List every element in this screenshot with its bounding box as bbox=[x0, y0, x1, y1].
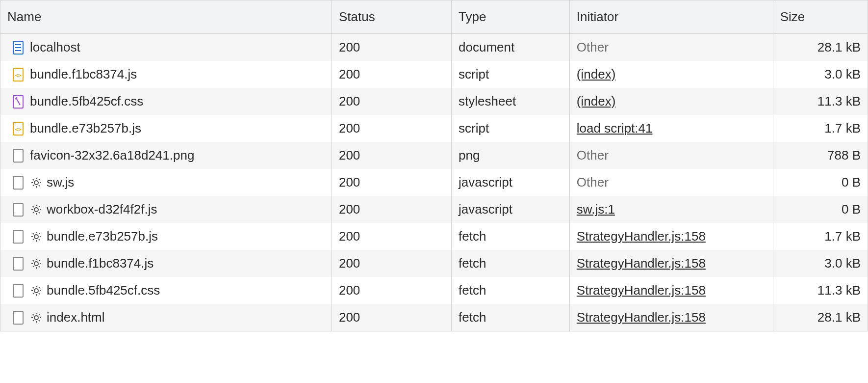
request-type: javascript bbox=[452, 196, 570, 223]
request-size: 3.0 kB bbox=[773, 61, 868, 88]
file-icon bbox=[12, 176, 24, 190]
file-icon bbox=[12, 257, 24, 271]
initiator-link[interactable]: StrategyHandler.js:158 bbox=[577, 256, 706, 271]
initiator-text: Other bbox=[577, 175, 609, 190]
file-icon bbox=[12, 203, 24, 217]
request-size: 1.7 kB bbox=[773, 115, 868, 142]
gear-icon bbox=[31, 285, 42, 296]
table-row[interactable]: localhost200documentOther28.1 kB bbox=[0, 34, 868, 61]
initiator-link[interactable]: StrategyHandler.js:158 bbox=[577, 310, 706, 325]
request-name: favicon-32x32.6a18d241.png bbox=[30, 148, 194, 163]
request-size: 28.1 kB bbox=[773, 304, 868, 331]
request-name: bundle.f1bc8374.js bbox=[30, 67, 137, 82]
initiator-text: Other bbox=[577, 40, 609, 55]
request-type: script bbox=[452, 61, 570, 88]
table-row[interactable]: bundle.e73b257b.js200fetchStrategyHandle… bbox=[0, 223, 868, 250]
initiator-link[interactable]: load script:41 bbox=[577, 121, 653, 136]
request-size: 788 B bbox=[773, 142, 868, 169]
request-name: bundle.5fb425cf.css bbox=[47, 283, 160, 298]
js-icon bbox=[12, 68, 24, 82]
request-name: workbox-d32f4f2f.js bbox=[47, 202, 157, 217]
column-header-name[interactable]: Name bbox=[0, 0, 332, 34]
file-icon bbox=[12, 149, 24, 163]
table-row[interactable]: sw.js200javascriptOther0 B bbox=[0, 169, 868, 196]
column-header-size[interactable]: Size bbox=[773, 0, 868, 34]
table-row[interactable]: favicon-32x32.6a18d241.png200pngOther788… bbox=[0, 142, 868, 169]
table-row[interactable]: bundle.5fb425cf.css200fetchStrategyHandl… bbox=[0, 277, 868, 304]
gear-icon bbox=[31, 258, 42, 269]
initiator-link[interactable]: StrategyHandler.js:158 bbox=[577, 283, 706, 298]
request-type: script bbox=[452, 115, 570, 142]
request-name: bundle.5fb425cf.css bbox=[30, 94, 143, 109]
gear-icon bbox=[31, 231, 42, 242]
request-type: fetch bbox=[452, 250, 570, 277]
gear-icon bbox=[31, 177, 42, 188]
table-header-row: Name Status Type Initiator Size bbox=[0, 0, 868, 34]
request-name: bundle.f1bc8374.js bbox=[47, 256, 153, 271]
file-icon bbox=[12, 284, 24, 298]
network-request-table: Name Status Type Initiator Size localhos… bbox=[0, 0, 868, 331]
request-name: sw.js bbox=[47, 175, 74, 190]
request-status: 200 bbox=[332, 61, 451, 88]
request-status: 200 bbox=[332, 304, 451, 331]
request-type: fetch bbox=[452, 223, 570, 250]
request-type: stylesheet bbox=[452, 88, 570, 115]
gear-icon bbox=[31, 312, 42, 323]
file-icon bbox=[12, 311, 24, 325]
css-icon bbox=[12, 95, 24, 109]
request-type: png bbox=[452, 142, 570, 169]
request-status: 200 bbox=[332, 34, 451, 61]
column-header-initiator[interactable]: Initiator bbox=[569, 0, 773, 34]
table-row[interactable]: bundle.f1bc8374.js200fetchStrategyHandle… bbox=[0, 250, 868, 277]
request-status: 200 bbox=[332, 223, 451, 250]
column-header-status[interactable]: Status bbox=[332, 0, 451, 34]
initiator-link[interactable]: (index) bbox=[577, 94, 615, 109]
request-type: document bbox=[452, 34, 570, 61]
request-size: 3.0 kB bbox=[773, 250, 868, 277]
gear-icon bbox=[31, 204, 42, 215]
js-icon bbox=[12, 122, 24, 136]
request-status: 200 bbox=[332, 88, 451, 115]
initiator-link[interactable]: StrategyHandler.js:158 bbox=[577, 229, 706, 244]
request-name: bundle.e73b257b.js bbox=[30, 121, 141, 136]
request-name: index.html bbox=[47, 310, 105, 325]
request-size: 0 B bbox=[773, 169, 868, 196]
document-icon bbox=[12, 41, 24, 55]
request-size: 0 B bbox=[773, 196, 868, 223]
request-type: javascript bbox=[452, 169, 570, 196]
request-status: 200 bbox=[332, 169, 451, 196]
request-name: bundle.e73b257b.js bbox=[47, 229, 158, 244]
request-size: 28.1 kB bbox=[773, 34, 868, 61]
table-row[interactable]: bundle.5fb425cf.css200stylesheet(index)1… bbox=[0, 88, 868, 115]
request-size: 1.7 kB bbox=[773, 223, 868, 250]
request-status: 200 bbox=[332, 277, 451, 304]
request-type: fetch bbox=[452, 277, 570, 304]
file-icon bbox=[12, 230, 24, 244]
table-row[interactable]: workbox-d32f4f2f.js200javascriptsw.js:10… bbox=[0, 196, 868, 223]
table-row[interactable]: bundle.f1bc8374.js200script(index)3.0 kB bbox=[0, 61, 868, 88]
request-size: 11.3 kB bbox=[773, 277, 868, 304]
request-status: 200 bbox=[332, 250, 451, 277]
request-size: 11.3 kB bbox=[773, 88, 868, 115]
table-row[interactable]: index.html200fetchStrategyHandler.js:158… bbox=[0, 304, 868, 331]
request-name: localhost bbox=[30, 40, 80, 55]
request-status: 200 bbox=[332, 115, 451, 142]
initiator-text: Other bbox=[577, 148, 609, 163]
request-status: 200 bbox=[332, 142, 451, 169]
initiator-link[interactable]: sw.js:1 bbox=[577, 202, 615, 217]
column-header-type[interactable]: Type bbox=[452, 0, 570, 34]
table-row[interactable]: bundle.e73b257b.js200scriptload script:4… bbox=[0, 115, 868, 142]
request-status: 200 bbox=[332, 196, 451, 223]
request-type: fetch bbox=[452, 304, 570, 331]
initiator-link[interactable]: (index) bbox=[577, 67, 615, 82]
